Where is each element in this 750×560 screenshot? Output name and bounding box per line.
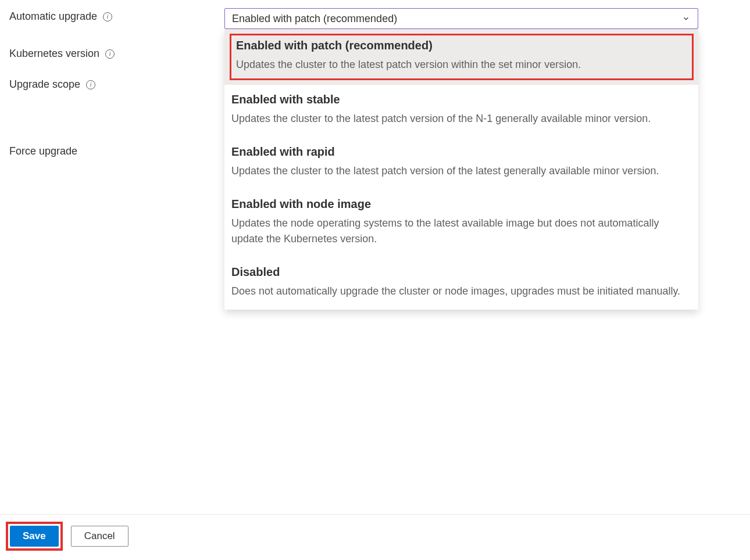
label-text: Automatic upgrade [9, 10, 97, 23]
automatic-upgrade-dropdown: Enabled with patch (recommended)Updates … [224, 29, 698, 310]
option-title: Disabled [231, 265, 691, 279]
option-description: Does not automatically upgrade the clust… [231, 283, 691, 299]
option-title: Enabled with stable [231, 93, 691, 106]
label-text: Kubernetes version [9, 48, 99, 60]
label-automatic-upgrade: Automatic upgrade i [9, 8, 224, 23]
label-kubernetes-version: Kubernetes version i [9, 45, 224, 60]
option-description: Updates the node operating systems to th… [231, 216, 691, 247]
row-automatic-upgrade: Automatic upgrade i Enabled with patch (… [9, 8, 741, 29]
cancel-button[interactable]: Cancel [71, 526, 128, 547]
save-button[interactable]: Save [10, 526, 59, 547]
label-force-upgrade: Force upgrade [9, 143, 224, 157]
info-icon[interactable]: i [105, 49, 115, 59]
page-root: Automatic upgrade i Enabled with patch (… [0, 0, 750, 560]
dropdown-option[interactable]: Enabled with node imageUpdates the node … [224, 189, 698, 257]
footer-bar: Save Cancel [0, 514, 750, 560]
form-area: Automatic upgrade i Enabled with patch (… [0, 0, 750, 157]
option-description: Updates the cluster to the latest patch … [231, 111, 691, 127]
automatic-upgrade-select[interactable]: Enabled with patch (recommended) [224, 8, 698, 29]
option-description: Updates the cluster to the latest patch … [236, 57, 687, 73]
dropdown-option[interactable]: Enabled with stableUpdates the cluster t… [224, 85, 698, 137]
select-value: Enabled with patch (recommended) [232, 13, 397, 25]
option-title: Enabled with node image [231, 198, 691, 211]
field-automatic-upgrade: Enabled with patch (recommended) Enabled… [224, 8, 698, 29]
option-title: Enabled with rapid [231, 145, 691, 159]
chevron-down-icon [681, 14, 691, 23]
dropdown-option[interactable]: Enabled with rapidUpdates the cluster to… [224, 137, 698, 189]
option-description: Updates the cluster to the latest patch … [231, 163, 691, 179]
info-icon[interactable]: i [103, 12, 112, 21]
option-title: Enabled with patch (recommended) [236, 39, 687, 52]
dropdown-option[interactable]: DisabledDoes not automatically upgrade t… [224, 257, 698, 310]
info-icon[interactable]: i [86, 80, 95, 89]
save-highlight: Save [6, 522, 63, 551]
dropdown-option[interactable]: Enabled with patch (recommended)Updates … [224, 29, 698, 85]
label-text: Upgrade scope [9, 78, 80, 91]
label-upgrade-scope: Upgrade scope i [9, 76, 224, 91]
label-text: Force upgrade [9, 145, 77, 157]
